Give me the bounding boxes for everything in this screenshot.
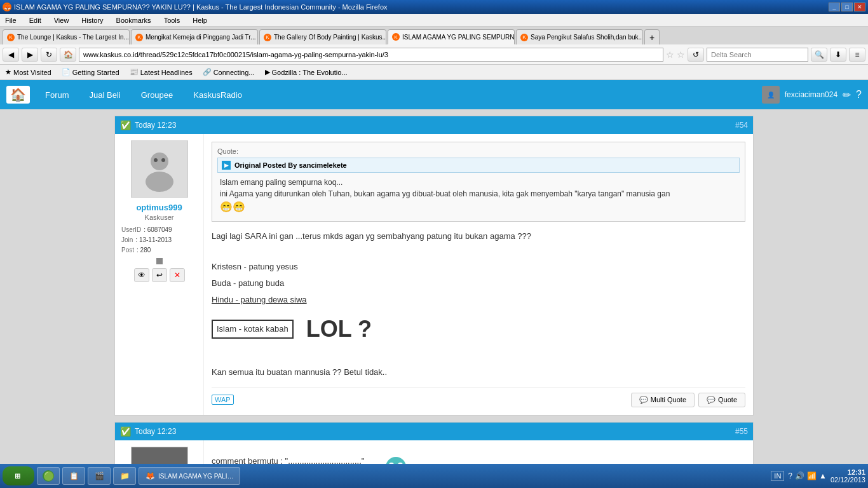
post-line-kristesn: Kristesn - patung yesus bbox=[212, 260, 745, 274]
quote-line-1: Islam emang paling sempurna koq... bbox=[220, 177, 737, 188]
user-action-view[interactable]: 👁 bbox=[134, 268, 149, 282]
bookmarks-bar: ★ Most Visited 📄 Getting Started 📰 Lates… bbox=[0, 65, 868, 80]
forward-button[interactable]: ▶ bbox=[22, 48, 38, 62]
tab-label-4: Saya Pengikut Salafus Sholih,dan buk... bbox=[531, 34, 643, 41]
home-button[interactable]: 🏠 bbox=[60, 48, 76, 62]
document-icon: 📄 bbox=[62, 68, 71, 76]
bookmark-most-visited[interactable]: ★ Most Visited bbox=[3, 67, 54, 78]
download-button[interactable]: ⬇ bbox=[830, 48, 846, 62]
user-action-reply[interactable]: ↩ bbox=[152, 268, 167, 282]
search-button[interactable]: 🔍 bbox=[811, 48, 827, 62]
menu-help[interactable]: Help bbox=[190, 17, 210, 24]
back-button[interactable]: ◀ bbox=[3, 48, 19, 62]
taskbar-item-3[interactable]: 📁 bbox=[113, 467, 136, 485]
tab-icon-1: K bbox=[135, 34, 143, 41]
help-sys-icon: ? bbox=[788, 471, 792, 480]
tab-bar: K The Lounge | Kaskus - The Largest In..… bbox=[0, 27, 868, 44]
reload-button[interactable]: ↻ bbox=[41, 48, 57, 62]
menu-history[interactable]: History bbox=[79, 17, 105, 24]
minimize-button[interactable]: _ bbox=[829, 3, 840, 11]
taskbar-icon-2: 🎬 bbox=[93, 470, 105, 482]
start-button[interactable]: ⊞ bbox=[3, 466, 34, 485]
post-user-col-54: optimus999 Kaskuser UserID: 6087049 Join… bbox=[115, 134, 204, 415]
bookmark-star-icon[interactable]: ☆ bbox=[666, 50, 674, 60]
menu-tools[interactable]: Tools bbox=[161, 17, 183, 24]
menu-edit[interactable]: Edit bbox=[27, 17, 44, 24]
wap-badge: WAP bbox=[212, 395, 234, 405]
post-content-55: comment bermutu : ".....................… bbox=[204, 440, 753, 464]
multi-quote-button[interactable]: 💬 Multi Quote bbox=[631, 393, 695, 407]
tab-0[interactable]: K The Lounge | Kaskus - The Largest In..… bbox=[3, 29, 130, 44]
menu-view[interactable]: View bbox=[51, 17, 72, 24]
post-line-hindu: Hindu - patung dewa siwa bbox=[212, 293, 745, 307]
nav-forum[interactable]: Forum bbox=[36, 86, 78, 104]
tab-icon-0: K bbox=[7, 34, 15, 41]
menu-bookmarks[interactable]: Bookmarks bbox=[114, 17, 154, 24]
tab-icon-2: K bbox=[264, 34, 271, 41]
bookmark-godzilla[interactable]: ▶ Godzilla : The Evolutio... bbox=[262, 67, 350, 78]
post-header-54: ✅ Today 12:23 #54 bbox=[115, 116, 753, 134]
bookmark-label-4: Godzilla : The Evolutio... bbox=[272, 69, 348, 76]
post-check-icon-55: ✅ bbox=[120, 426, 131, 437]
post-body-55: RR RR comment bermutu : "...............… bbox=[115, 440, 753, 464]
maximize-button[interactable]: □ bbox=[841, 3, 853, 11]
taskbar-right: IN ? 🔊 📶 ▲ 12:31 02/12/2013 bbox=[771, 468, 865, 484]
svg-point-4 bbox=[161, 158, 165, 162]
taskbar-time: 12:31 bbox=[831, 468, 865, 476]
user-actions-54: 👁 ↩ ✕ bbox=[121, 268, 197, 282]
tab-3[interactable]: K ISLAM AGAMA YG PALING SEMPURN... ✕ bbox=[388, 29, 515, 44]
edit-icon[interactable]: ✏ bbox=[843, 89, 851, 101]
tab-label-0: The Lounge | Kaskus - The Largest In... bbox=[17, 34, 129, 41]
bookmark-star2-icon[interactable]: ☆ bbox=[677, 50, 685, 60]
bookmark-connecting[interactable]: 🔗 Connecting... bbox=[200, 67, 257, 78]
close-button[interactable]: ✕ bbox=[854, 3, 865, 11]
taskbar-item-2[interactable]: 🎬 bbox=[88, 467, 111, 485]
site-logo[interactable]: 🏠 bbox=[6, 86, 30, 104]
post-header-55: ✅ Today 12:23 #55 bbox=[115, 423, 753, 440]
tab-2[interactable]: K The Gallery Of Body Painting | Kaskus.… bbox=[259, 29, 386, 44]
bookmark-getting-started[interactable]: 📄 Getting Started bbox=[59, 67, 122, 78]
bookmark-label-3: Connecting... bbox=[214, 69, 255, 76]
user-name-54[interactable]: optimus999 bbox=[121, 203, 197, 212]
taskbar-item-1[interactable]: 📋 bbox=[62, 467, 85, 485]
tab-1[interactable]: K Mengikat Kemeja di Pinggang Jadi Tr...… bbox=[131, 29, 258, 44]
tab-icon-3: K bbox=[392, 33, 400, 41]
bookmark-label-0: Most Visited bbox=[13, 69, 51, 76]
quote-icon-btn: 💬 bbox=[639, 396, 648, 404]
menu-file[interactable]: File bbox=[3, 17, 19, 24]
post-content-54: Quote: ▶ Original Posted By sancimeleket… bbox=[204, 134, 753, 415]
search-input[interactable] bbox=[707, 48, 808, 62]
taskbar-icon-firefox: 🦊 bbox=[144, 470, 156, 482]
quote-button[interactable]: 💬 Quote bbox=[698, 393, 745, 407]
user-info-54: UserID: 6087049 Join: 13-11-2013 Post: 2… bbox=[121, 225, 197, 255]
tab-4[interactable]: K Saya Pengikut Salafus Sholih,dan buk..… bbox=[516, 29, 643, 44]
title-bar: 🦊 ISLAM AGAMA YG PALING SEMPURNA?? YAKIN… bbox=[0, 0, 868, 14]
tab-label-2: The Gallery Of Body Painting | Kaskus... bbox=[274, 34, 386, 41]
nav-groupee[interactable]: Groupee bbox=[132, 86, 182, 104]
lol-text: LOL ? bbox=[306, 309, 372, 348]
nav-kaskusradio[interactable]: KaskusRadio bbox=[184, 86, 251, 104]
quote-header: ▶ Original Posted By sancimelekete bbox=[217, 158, 740, 173]
taskbar-item-firefox[interactable]: 🦊 ISLAM AGAMA YG PALING... bbox=[139, 467, 240, 485]
post-55: ✅ Today 12:23 #55 RR RR bbox=[114, 422, 754, 464]
window-title: ISLAM AGAMA YG PALING SEMPURNA?? YAKIN L… bbox=[14, 3, 388, 11]
nav-jual-beli[interactable]: Jual Beli bbox=[81, 86, 130, 104]
user-action-block[interactable]: ✕ bbox=[170, 268, 185, 282]
help-icon[interactable]: ? bbox=[856, 89, 862, 100]
refresh-button[interactable]: ↺ bbox=[688, 48, 704, 62]
address-bar[interactable] bbox=[79, 48, 663, 62]
taskbar-icon-3: 📁 bbox=[119, 470, 130, 482]
user-avatar-small: 👤 bbox=[762, 86, 780, 104]
taskbar-item-0[interactable]: 🟢 bbox=[37, 467, 60, 485]
user-rank-54: Kaskuser bbox=[121, 214, 197, 221]
post-check-icon: ✅ bbox=[120, 120, 131, 130]
taskbar-clock: 12:31 02/12/2013 bbox=[831, 468, 865, 484]
arrow-icon: ▲ bbox=[819, 471, 827, 480]
post-line-1: Lagi lagi SARA ini gan ...terus mkds aga… bbox=[212, 229, 745, 243]
svg-point-2 bbox=[146, 172, 173, 192]
more-button[interactable]: ≡ bbox=[849, 48, 865, 62]
taskbar-firefox-label: ISLAM AGAMA YG PALING... bbox=[158, 473, 234, 480]
main-content: ✅ Today 12:23 #54 optimus999 Kasku bbox=[0, 109, 868, 464]
new-tab-button[interactable]: + bbox=[644, 29, 660, 44]
bookmark-latest-headlines[interactable]: 📰 Latest Headlines bbox=[127, 67, 195, 78]
